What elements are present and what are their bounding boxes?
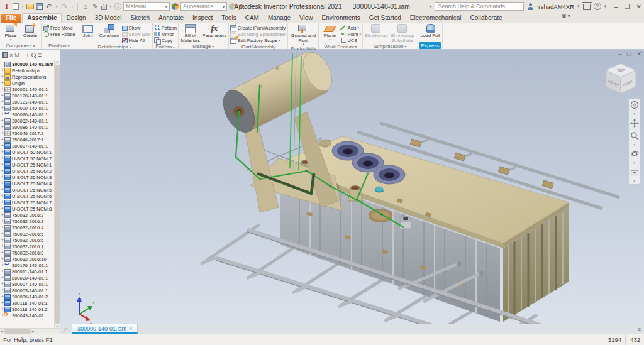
tree-item[interactable]: + U-BOLT 25 NOM:8 — [0, 205, 54, 212]
ribbon-tab[interactable]: File — [1, 14, 21, 23]
expand-icon[interactable]: + — [0, 162, 4, 167]
scroll-right-icon[interactable]: ▶ — [32, 329, 35, 333]
joint-button[interactable]: Joint — [79, 23, 97, 38]
expand-icon[interactable]: + — [0, 143, 4, 148]
add-qat-icon[interactable]: + — [248, 3, 256, 11]
expand-icon[interactable]: + — [0, 219, 4, 224]
sketch-icon[interactable]: ✎ — [91, 3, 99, 11]
document-tab[interactable]: 300000-140-01.iam × — [72, 324, 138, 334]
material-combo[interactable]: Material ▾ — [123, 2, 170, 11]
expand-icon[interactable]: + — [0, 168, 4, 173]
tree-item[interactable]: + 800003-140-01:1 — [0, 287, 54, 293]
simplification-group-label[interactable]: Simplification▾ — [364, 43, 416, 50]
tree-item[interactable]: + 750032-2016:5 — [0, 231, 54, 237]
vertical-scroll-thumb[interactable] — [55, 65, 60, 324]
expand-icon[interactable]: + — [0, 250, 4, 255]
tree-item[interactable]: + Representations — [0, 74, 54, 80]
home-tab-icon[interactable]: ⌂ — [60, 324, 72, 334]
tree-item[interactable]: + U-BOLT 25 NOM:7 — [0, 199, 54, 205]
expand-icon[interactable]: + — [0, 244, 4, 249]
doc-minimize-button[interactable]: – — [618, 51, 621, 57]
expand-icon[interactable]: + — [0, 68, 4, 73]
material-browser-icon[interactable] — [172, 3, 179, 10]
browser-search-icon[interactable] — [31, 53, 36, 58]
redo-icon[interactable]: ↷ — [60, 3, 69, 11]
shrinkwrap-button[interactable]: Shrinkwrap — [364, 23, 388, 38]
ribbon-tab[interactable]: 3D Model — [91, 14, 126, 23]
expand-icon[interactable]: + — [0, 118, 4, 123]
tree-item[interactable]: + U-BOLT 25 NOM:6 — [0, 193, 54, 199]
expand-icon[interactable]: + — [0, 93, 4, 98]
tree-item[interactable]: + 300043-140-01: — [0, 312, 54, 319]
save-icon[interactable] — [36, 3, 43, 10]
ribbon-tab[interactable]: Inspect — [188, 14, 217, 23]
position-group-label[interactable]: Position▾ — [43, 42, 75, 49]
window-close-button[interactable]: ✕ — [636, 3, 641, 10]
tree-item[interactable]: + U-BOLT 25 NOM:3 — [0, 174, 54, 180]
navigation-wheel-icon[interactable] — [630, 101, 639, 109]
parameters-qat-icon[interactable]: fx — [238, 3, 246, 11]
expand-icon[interactable]: + — [0, 282, 4, 287]
expand-icon[interactable]: + — [0, 112, 4, 117]
tree-item[interactable]: + U-BOLT 50 NOM:2 — [0, 155, 54, 162]
free-rotate-button[interactable]: Free Rotate — [43, 31, 75, 37]
browser-add-icon[interactable]: + — [26, 50, 29, 60]
ucs-button[interactable]: UCS — [340, 37, 361, 43]
expand-icon[interactable]: + — [0, 231, 4, 236]
expand-icon[interactable]: + — [0, 300, 4, 305]
edit-spreadsheet-button[interactable]: Edit using Spreadsheet — [230, 31, 287, 37]
pan-icon[interactable] — [630, 119, 639, 128]
create-button[interactable]: Create — [21, 23, 40, 38]
ribbon-tab[interactable]: Get Started — [365, 14, 406, 23]
expand-icon[interactable]: + — [0, 200, 4, 205]
expand-icon[interactable]: + — [0, 187, 4, 192]
shrinkwrap-substitute-button[interactable]: Shrinkwrap Substitute — [389, 23, 416, 43]
tree-item[interactable]: + 750032-2016:4 — [0, 224, 54, 231]
expand-icon[interactable]: + — [0, 194, 4, 199]
expand-icon[interactable]: + — [0, 225, 4, 230]
home-icon[interactable]: ⌂ — [81, 3, 89, 11]
navbar-more-caret-icon[interactable]: ▾ — [633, 180, 635, 182]
3d-model-transformer-assembly[interactable]: Z Y X — [60, 50, 644, 324]
ipart-group-label[interactable]: iPart/iAssembly — [230, 43, 287, 50]
component-group-label[interactable]: Component▾ — [1, 42, 40, 49]
tree-item[interactable]: + 300120-140-01:1 — [0, 92, 54, 99]
browser-vertical-scrollbar[interactable]: ▲ ▼ — [54, 60, 60, 328]
orbit-caret-icon[interactable]: ▾ — [633, 162, 635, 164]
new-file-icon[interactable] — [13, 3, 19, 10]
tab-strip-menu-icon[interactable]: ≡ — [635, 324, 644, 334]
tree-item[interactable]: + 300082-140-01:1 — [0, 118, 54, 124]
ribbon-display-toggle-icon[interactable]: ▣ ▾ — [562, 13, 570, 20]
help-caret-icon[interactable]: ▾ — [604, 4, 607, 9]
tree-item[interactable]: + 300087-140-01:1 — [0, 143, 54, 149]
expand-icon[interactable]: + — [0, 106, 4, 111]
expand-icon[interactable]: + — [0, 137, 4, 142]
ribbon-tab[interactable]: Tools — [217, 14, 240, 23]
expand-icon[interactable]: + — [0, 80, 4, 85]
expand-icon[interactable]: + — [0, 269, 4, 274]
tree-item[interactable]: + 300086-140-01:2 — [0, 293, 54, 300]
user-avatar-icon[interactable] — [527, 3, 534, 10]
undo-icon[interactable]: ↶ — [45, 3, 53, 11]
tree-item[interactable]: + U-BOLT 25 NOM:4 — [0, 180, 54, 187]
undo-caret-icon[interactable]: ▾ — [55, 3, 58, 11]
pattern-button[interactable]: Pattern — [154, 25, 177, 31]
tree-item[interactable]: + 300121-140-01:1 — [0, 99, 54, 105]
tree-item[interactable]: + 300001-140-01:1 — [0, 86, 54, 92]
place-button[interactable]: Place ▾ — [1, 23, 20, 41]
create-ipart-button[interactable]: Create iPart/iAssembly — [230, 25, 287, 31]
look-at-icon[interactable] — [630, 168, 639, 177]
tree-item[interactable]: 300000-140-01.iam — [0, 61, 54, 67]
tree-item[interactable]: + Relationships — [0, 67, 54, 74]
tree-item[interactable]: + 750046-2017:2 — [0, 130, 54, 136]
axis-button[interactable]: Axis ▾ — [340, 25, 361, 31]
scroll-up-icon[interactable]: ▲ — [56, 60, 59, 64]
browser-menu-icon[interactable]: ≡ — [38, 50, 42, 60]
expand-icon[interactable]: + — [0, 206, 4, 211]
open-file-icon[interactable] — [26, 4, 34, 9]
tree-item[interactable]: + 800007-140-01:1 — [0, 281, 54, 287]
load-full-button[interactable]: Load Full — [419, 23, 441, 38]
lock-icon[interactable] — [101, 6, 107, 10]
ribbon-tab[interactable]: Collaborate — [466, 14, 507, 23]
hide-all-button[interactable]: Hide All — [121, 37, 151, 43]
